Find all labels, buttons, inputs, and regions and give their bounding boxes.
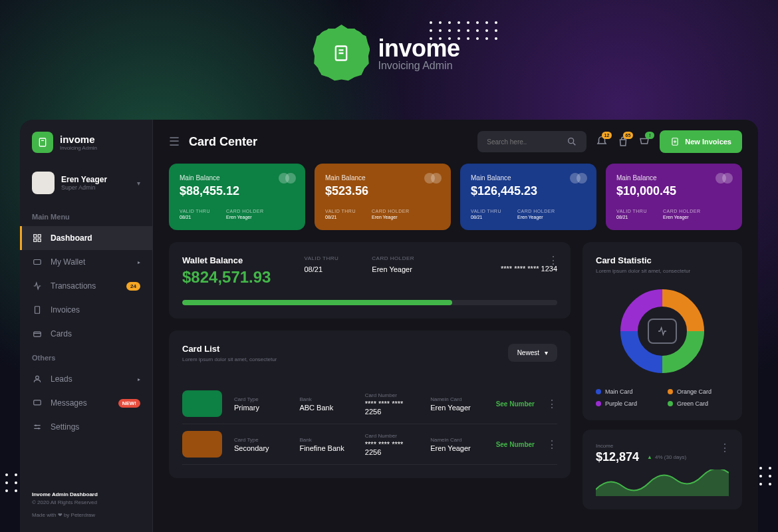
- user-profile[interactable]: Eren Yeager Super Admin ▾: [20, 165, 152, 201]
- card-list-panel: Card List Lorem ipsum dolor sit amet, co…: [169, 331, 571, 478]
- chevron-right-icon: ▸: [138, 259, 140, 265]
- sidebar-item-wallet[interactable]: My Wallet ▸: [20, 250, 152, 274]
- mastercard-icon: [279, 173, 296, 184]
- income-label: Income: [596, 443, 729, 449]
- stat-title: Card Statistic: [596, 255, 729, 265]
- card-label: Main Balance: [616, 174, 731, 182]
- file-icon: [32, 305, 43, 315]
- chevron-right-icon: ▸: [138, 376, 140, 382]
- list-title: Card List: [182, 344, 277, 354]
- sidebar-item-label: Messages: [51, 398, 87, 408]
- page-title: Card Center: [189, 135, 257, 149]
- more-icon[interactable]: ⋮: [719, 442, 730, 454]
- activity-icon: [648, 319, 677, 344]
- search-input[interactable]: [487, 138, 540, 146]
- svg-point-13: [569, 138, 574, 144]
- sidebar-footer: Invome Admin Dashboard © 2020 All Rights…: [20, 491, 152, 520]
- balance-card[interactable]: Main Balance $523.56 VALID THRU08/21 CAR…: [315, 164, 451, 230]
- list-sub: Lorem ipsum dolor sit amet, consectetur: [182, 356, 277, 362]
- activity-icon: [32, 281, 43, 291]
- wallet-title: Wallet Balance: [182, 255, 271, 265]
- main-content: ☰ Card Center 12 65 ! New Invoices Main …: [153, 120, 758, 532]
- card-thumb: [182, 431, 222, 458]
- sidebar-item-messages[interactable]: Messages NEW!: [20, 391, 152, 415]
- svg-rect-4: [34, 239, 37, 241]
- svg-point-12: [38, 428, 39, 429]
- user-name: Eren Yeager: [61, 175, 107, 184]
- card-thumb: [182, 390, 222, 417]
- svg-rect-8: [34, 332, 41, 336]
- balance-card[interactable]: Main Balance $88,455.12 VALID THRU08/21 …: [169, 164, 305, 230]
- legend-item: Green Card: [668, 400, 729, 407]
- sidebar-item-label: Leads: [51, 374, 72, 384]
- bell-icon[interactable]: 12: [596, 136, 608, 148]
- plus-file-icon: [670, 137, 680, 146]
- wallet-icon: [32, 257, 43, 267]
- sidebar-item-invoices[interactable]: Invoices: [20, 298, 152, 322]
- brand-tagline: Invoicing Admin: [378, 60, 459, 72]
- income-sparkline: [596, 469, 729, 496]
- legend-item: Purple Card: [596, 400, 657, 407]
- svg-rect-2: [34, 235, 37, 237]
- card-list-row: Card TypePrimary BankABC Bank Card Numbe…: [182, 384, 557, 424]
- section-main-menu: Main Menu: [20, 205, 152, 226]
- svg-rect-7: [35, 307, 40, 314]
- card-value: $126,445.23: [471, 184, 586, 198]
- sidebar-item-cards[interactable]: Cards: [20, 322, 152, 346]
- card-list-row: Card TypeSecondary BankFinefine Bank Car…: [182, 424, 557, 465]
- legend-item: Orange Card: [668, 388, 729, 395]
- brand-badge: [318, 30, 364, 76]
- chevron-down-icon: ▾: [137, 180, 140, 187]
- chevron-down-icon: ▾: [545, 349, 548, 356]
- search-box[interactable]: [477, 131, 586, 152]
- sidebar-item-label: My Wallet: [51, 257, 85, 267]
- more-icon[interactable]: ⋮: [547, 398, 557, 410]
- balance-card[interactable]: Main Balance $10,000.45 VALID THRU08/21 …: [606, 164, 742, 230]
- sidebar-item-label: Transactions: [51, 281, 96, 291]
- income-value: $12,874: [596, 450, 639, 464]
- card-label: Main Balance: [471, 174, 586, 182]
- svg-rect-5: [38, 239, 41, 241]
- sidebar-item-label: Settings: [51, 422, 79, 432]
- badge: 24: [126, 282, 140, 291]
- see-number-button[interactable]: See Number: [496, 441, 535, 448]
- sidebar-item-leads[interactable]: Leads ▸: [20, 367, 152, 391]
- see-number-button[interactable]: See Number: [496, 400, 535, 408]
- wallet-value: $824,571.93: [182, 268, 271, 287]
- more-icon[interactable]: ⋮: [547, 438, 557, 451]
- cart-icon[interactable]: !: [638, 136, 650, 148]
- sort-button[interactable]: Newest ▾: [508, 344, 557, 362]
- message-icon: [32, 398, 43, 408]
- svg-rect-6: [34, 260, 41, 265]
- hero-banner: invome Invoicing Admin: [0, 0, 778, 100]
- mastercard-icon: [424, 173, 442, 184]
- logo-sub: Invoicing Admin: [60, 145, 97, 151]
- topbar: ☰ Card Center 12 65 ! New Invoices: [153, 120, 758, 164]
- new-invoices-button[interactable]: New Invoices: [660, 130, 742, 153]
- mastercard-icon: [570, 173, 587, 184]
- more-icon[interactable]: ⋮: [548, 254, 559, 267]
- card-label: Main Balance: [325, 174, 440, 182]
- balance-card[interactable]: Main Balance $126,445.23 VALID THRU08/21…: [460, 164, 596, 230]
- app-window: invome Invoicing Admin Eren Yeager Super…: [20, 120, 758, 532]
- card-value: $523.56: [325, 184, 440, 198]
- card-value: $88,455.12: [180, 184, 295, 198]
- svg-point-9: [36, 376, 39, 379]
- avatar: [32, 172, 55, 194]
- settings-icon: [32, 422, 43, 432]
- sidebar-logo[interactable]: invome Invoicing Admin: [20, 132, 152, 165]
- search-icon[interactable]: [567, 136, 577, 147]
- sidebar-item-settings[interactable]: Settings: [20, 415, 152, 439]
- svg-point-11: [35, 425, 37, 426]
- wallet-progress: [182, 300, 557, 305]
- menu-icon[interactable]: ☰: [169, 134, 180, 149]
- sidebar-item-dashboard[interactable]: Dashboard: [20, 226, 152, 250]
- card-icon: [32, 329, 43, 339]
- bag-icon[interactable]: 65: [617, 136, 629, 148]
- section-others: Others: [20, 346, 152, 367]
- user-icon: [32, 374, 43, 384]
- card-label: Main Balance: [180, 174, 295, 182]
- wallet-panel: ⋮ Wallet Balance $824,571.93 VALID THRU …: [169, 242, 571, 319]
- sidebar-item-transactions[interactable]: Transactions 24: [20, 274, 152, 298]
- logo-badge: [32, 132, 53, 153]
